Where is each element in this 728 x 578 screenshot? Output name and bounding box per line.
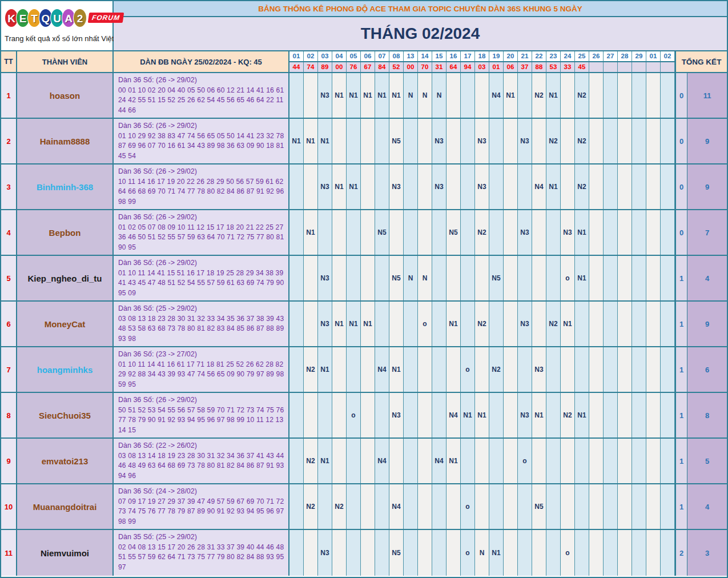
day-result-cell: 89 [318,62,332,72]
dan-cell: Dàn 36 Số: (26 -> 29/02) 10 11 14 16 17 … [114,164,289,209]
day-mark-cell [646,530,661,576]
day-mark-cell [475,256,489,300]
day-mark-cell [489,439,504,483]
day-mark-cell [461,210,475,255]
day-mark-cell: N1 [375,73,389,118]
day-mark-cell [347,210,361,255]
day-marks-row: N3N5NNN5oN1 [289,256,675,300]
day-mark-cell: N2 [575,164,589,209]
day-mark-cell [618,347,632,392]
day-mark-cell [575,530,589,576]
dan-cell: Dàn 36 Số: (25 -> 29/02) 03 08 13 18 23 … [114,302,289,346]
total-second-cell: 9 [687,164,727,209]
member-name: Kiep_ngheo_di_tu [17,256,114,300]
day-mark-cell [661,256,675,300]
day-mark-cell [546,256,561,300]
day-mark-cell: N [475,530,489,576]
day-mark-cell [447,119,461,163]
day-result-cell: 33 [561,62,575,72]
day-mark-cell: N2 [546,119,561,163]
day-mark-cell [318,484,332,529]
day-mark-cell [661,73,675,118]
day-mark-cell: N2 [575,119,589,163]
day-number-cell: 23 [546,51,561,61]
day-result-cell: 84 [375,62,389,72]
header-tt: TT [1,51,17,72]
day-mark-cell: N5 [389,530,404,576]
day-mark-cell [604,210,618,255]
day-mark-cell: N1 [389,73,404,118]
day-result-cell: 44 [289,62,304,72]
day-mark-cell [504,164,518,209]
day-mark-cell [546,484,561,529]
day-marks-row: N3N1N1N3N3N3N4N1N2 [289,164,675,209]
dan-cell: Dàn 36 Số: (22 -> 26/02) 03 08 13 14 18 … [114,439,289,483]
day-mark-cell [561,73,575,118]
day-mark-cell [518,484,532,529]
dan-title: Dàn 36 Số: (25 -> 29/02) [118,304,286,314]
day-mark-cell [461,256,475,300]
day-mark-cell [304,302,318,346]
rank-cell: 1 [1,73,17,118]
banner-title: BẢNG THỐNG KÊ PHONG ĐỘ ACE THAM GIA TOPI… [114,1,727,17]
day-mark-cell [461,73,475,118]
dan-cell: Dàn 36 Số: (26 -> 29/02) 01 10 11 14 41 … [114,256,289,300]
day-number-cell: 20 [504,51,518,61]
day-mark-cell: N1 [332,73,347,118]
day-mark-cell [546,393,561,437]
day-mark-cell: N3 [532,347,546,392]
dan-title: Dàn 36 Số: (26 -> 29/02) [118,167,286,177]
day-mark-cell: N4 [447,393,461,437]
day-mark-cell [618,73,632,118]
day-mark-cell [432,210,447,255]
stats-table: TT THÀNH VIÊN DÀN ĐB NGÀY 25/02/2024 - K… [1,51,727,576]
day-mark-cell [618,119,632,163]
member-name: emvatoi213 [17,439,114,483]
day-mark-cell [418,347,432,392]
day-mark-cell [289,393,304,437]
day-mark-cell [332,119,347,163]
day-mark-cell: N4 [532,164,546,209]
total-first-cell: 2 [675,530,687,576]
page: KETQUA2 FORUM Trang kết quả xổ số lớn nh… [0,0,728,578]
day-mark-cell [475,439,489,483]
day-mark-cell [546,347,561,392]
day-mark-cell [475,347,489,392]
day-mark-cell [447,164,461,209]
table-row: 1 hoason Dàn 36 Số: (26 -> 29/02) 00 01 … [1,73,727,119]
day-mark-cell [418,210,432,255]
day-number-cell: 25 [575,51,589,61]
day-mark-cell [489,302,504,346]
day-mark-cell [518,347,532,392]
day-mark-cell [646,164,661,209]
day-mark-cell [589,347,604,392]
day-mark-cell: N1 [546,164,561,209]
table-row: 3 Binhminh-368 Dàn 36 Số: (26 -> 29/02) … [1,164,727,210]
day-mark-cell [532,119,546,163]
day-result-cell [604,62,618,72]
day-mark-cell [361,210,375,255]
day-mark-cell [632,302,646,346]
dan-title: Dàn 36 Số: (23 -> 27/02) [118,350,286,360]
day-mark-cell [447,347,461,392]
day-mark-cell [432,393,447,437]
dan-numbers: 07 09 17 19 27 29 37 39 47 49 57 59 67 6… [118,497,286,527]
day-mark-cell [604,439,618,483]
day-mark-cell [532,530,546,576]
day-mark-cell: N [404,73,418,118]
dan-numbers: 01 10 11 14 41 15 51 16 17 18 19 25 28 2… [118,268,286,299]
month-title: THÁNG 02/2024 [114,17,727,50]
day-mark-cell [646,439,661,483]
total-second-cell: 4 [687,484,727,529]
day-mark-cell: N1 [347,164,361,209]
day-mark-cell [604,256,618,300]
total-first-cell: 1 [675,439,687,483]
day-mark-cell [589,439,604,483]
day-mark-cell [532,210,546,255]
day-mark-cell [604,484,618,529]
day-result-cell [646,62,661,72]
member-name: SieuChuoi35 [17,393,114,437]
day-mark-cell [589,484,604,529]
day-mark-cell [604,393,618,437]
day-result-cell: 53 [546,62,561,72]
